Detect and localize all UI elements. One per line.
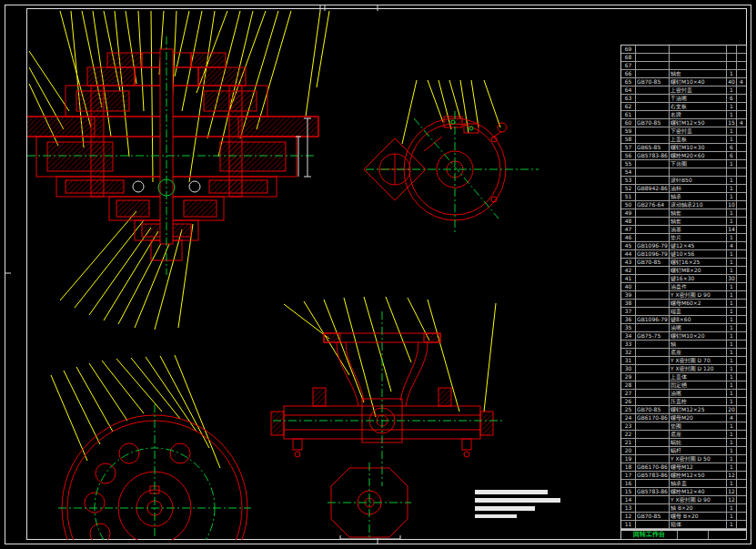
part-cell-name: 箱体 <box>670 521 727 529</box>
part-cell-code: GB6170-86 <box>636 414 670 422</box>
part-cell-mat <box>737 226 746 234</box>
part-cell-no: 69 <box>621 46 636 54</box>
part-cell-qty: 1 <box>727 234 737 242</box>
part-cell-code <box>636 177 670 185</box>
part-cell-no: 24 <box>621 414 636 422</box>
part-row: 28固定槽1 <box>621 381 746 390</box>
part-cell-qty: 1 <box>727 398 737 406</box>
part-cell-name: 轴套 <box>670 209 727 218</box>
part-cell-name: 键10×56 <box>670 250 727 259</box>
part-cell-qty: 1 <box>727 439 737 447</box>
part-cell-no: 65 <box>621 78 636 86</box>
part-cell-name: 螺钉M12×50 <box>670 119 727 127</box>
part-row: 68 <box>621 54 746 62</box>
part-cell-qty: 1 <box>727 341 737 349</box>
part-row: 34GB75-75螺钉M10×201 <box>621 332 746 341</box>
part-cell-no: 48 <box>621 218 636 226</box>
part-cell-no: 19 <box>621 455 636 463</box>
part-cell-code <box>636 447 670 455</box>
part-cell-mat <box>737 422 746 431</box>
part-cell-name: Y X密封圈 D 70 <box>670 357 727 365</box>
part-cell-name: 螺母M60×2 <box>670 300 727 308</box>
part-cell-name: 垫片 <box>670 234 727 242</box>
part-cell-code: GB70-85 <box>636 259 670 267</box>
part-row: 18GB6170-86螺母M121 <box>621 463 746 472</box>
part-cell-code <box>636 390 670 398</box>
part-cell-no: 30 <box>621 365 636 373</box>
part-cell-no: 16 <box>621 480 636 488</box>
part-cell-no: 49 <box>621 209 636 218</box>
part-row: 35油嘴1 <box>621 324 746 332</box>
part-cell-code <box>636 504 670 513</box>
part-cell-no: 57 <box>621 144 636 152</box>
part-cell-code <box>636 341 670 349</box>
part-cell-mat <box>737 95 746 103</box>
part-cell-qty: 1 <box>727 332 737 341</box>
part-cell-no: 17 <box>621 472 636 480</box>
part-cell-code <box>636 168 670 177</box>
part-cell-no: 15 <box>621 488 636 496</box>
part-cell-mat <box>737 381 746 390</box>
part-cell-name: 螺栓M12×50 <box>670 472 727 480</box>
part-row: 20蜗杆1 <box>621 447 746 455</box>
part-cell-no: 12 <box>621 513 636 521</box>
part-cell-qty: 1 <box>727 521 737 529</box>
part-cell-code <box>636 373 670 381</box>
part-cell-code <box>636 521 670 529</box>
part-row: 57GB65-85螺钉M10×306 <box>621 144 746 152</box>
part-cell-name: 键16×30 <box>670 275 727 283</box>
part-cell-code <box>636 349 670 357</box>
part-cell-code <box>636 209 670 218</box>
part-cell-code <box>636 381 670 390</box>
part-cell-qty: 1 <box>727 160 737 168</box>
part-cell-no: 63 <box>621 95 636 103</box>
part-row: 64上密封盖1 <box>621 86 746 95</box>
part-cell-name: 螺母M12 <box>670 463 727 472</box>
part-cell-mat <box>737 185 746 193</box>
part-cell-no: 26 <box>621 398 636 406</box>
part-cell-name: 轴 B×20 <box>670 504 727 513</box>
part-cell-no: 13 <box>621 504 636 513</box>
part-cell-no: 54 <box>621 168 636 177</box>
part-row: 51轴承1 <box>621 193 746 201</box>
part-cell-qty: 12 <box>727 472 737 480</box>
part-cell-name: 下齿圈 <box>670 160 727 168</box>
part-cell-qty <box>727 62 737 70</box>
part-cell-qty: 1 <box>727 193 737 201</box>
part-cell-name: 螺钉M10×30 <box>670 144 727 152</box>
part-cell-name: 垫圈 <box>670 422 727 431</box>
part-cell-qty: 1 <box>727 86 737 95</box>
part-row: 37端盖1 <box>621 308 746 316</box>
part-cell-code <box>636 234 670 242</box>
part-cell-mat <box>737 168 746 177</box>
part-cell-mat <box>737 291 746 300</box>
part-cell-no: 44 <box>621 250 636 259</box>
part-cell-qty: 1 <box>727 357 737 365</box>
part-cell-qty: 4 <box>727 414 737 422</box>
part-cell-mat <box>737 152 746 160</box>
part-cell-code: GB70-85 <box>636 78 670 86</box>
part-cell-code <box>636 283 670 291</box>
part-cell-no: 55 <box>621 160 636 168</box>
part-cell-qty: 1 <box>727 316 737 324</box>
part-row: 23垫圈1 <box>621 422 746 431</box>
part-cell-qty: 1 <box>727 267 737 275</box>
part-row: 22底座1 <box>621 431 746 439</box>
part-cell-name: 螺钉M8×20 <box>670 267 727 275</box>
part-cell-mat <box>737 46 746 54</box>
part-cell-qty: 1 <box>727 504 737 513</box>
part-cell-name: Y X密封圈 D 50 <box>670 455 727 463</box>
part-cell-code: GB5783-86 <box>636 472 670 480</box>
title-block-cell <box>709 531 746 539</box>
part-cell-qty: 20 <box>727 406 737 414</box>
part-row: 38螺母M60×21 <box>621 300 746 308</box>
part-cell-qty: 4 <box>727 242 737 250</box>
part-cell-code <box>636 300 670 308</box>
part-cell-code <box>636 480 670 488</box>
part-cell-mat <box>737 234 746 242</box>
part-cell-qty: 40 <box>727 78 737 86</box>
part-cell-code: GB6170-86 <box>636 463 670 472</box>
part-cell-qty: 1 <box>727 308 737 316</box>
part-cell-qty: 6 <box>727 152 737 160</box>
part-row: 36GB1096-79键8×601 <box>621 316 746 324</box>
